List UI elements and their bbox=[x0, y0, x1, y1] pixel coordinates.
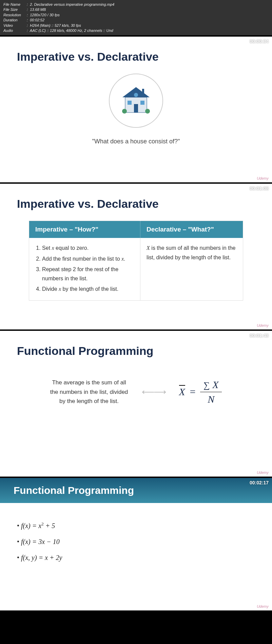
double-arrow-icon: ⟵⟶ bbox=[142, 387, 166, 397]
svg-rect-3 bbox=[128, 101, 132, 105]
slide-2: 00:01:08 Imperative vs. Declarative Impe… bbox=[0, 184, 272, 329]
metadata-resolution: Resolution : 1280x720 / 30 fps bbox=[3, 13, 269, 18]
slide-title: Functional Programming bbox=[14, 485, 258, 496]
watermark: Udemy bbox=[257, 604, 269, 608]
mean-formula: X = ∑ X N bbox=[179, 379, 222, 405]
file-metadata-panel: File Name : 2. Declarative versus impera… bbox=[0, 0, 272, 35]
table-header-imperative: Imperative – "How?" bbox=[29, 221, 140, 238]
svg-point-5 bbox=[134, 93, 138, 97]
slide-title: Imperative vs. Declarative bbox=[17, 50, 255, 63]
slide-1: 00:00:34 Imperative vs. Declarative "Wha… bbox=[0, 37, 272, 182]
imperative-step: Set x equal to zero. bbox=[42, 243, 134, 253]
slide-4: 00:02:17 Functional Programming f(x) = x… bbox=[0, 478, 272, 610]
watermark: Udemy bbox=[257, 323, 269, 327]
equation-item: f(x, y) = x + 2y bbox=[17, 554, 255, 562]
timestamp-overlay: 00:02:17 bbox=[250, 480, 269, 485]
imperative-step: Add the first number in the list to x. bbox=[42, 254, 134, 263]
metadata-audio: Audio : AAC (LC) :: 128 kb/s, 48000 Hz, … bbox=[3, 28, 269, 33]
imperative-step: Divide x by the length of the list. bbox=[42, 284, 134, 294]
slide-title: Functional Programming bbox=[17, 344, 255, 358]
slide-header-bar: Functional Programming bbox=[0, 478, 272, 503]
slide-3: 00:01:43 Functional Programming The aver… bbox=[0, 331, 272, 477]
house-illustration bbox=[109, 74, 163, 128]
declarative-cell: X is the sum of all the numbers in the l… bbox=[140, 238, 243, 300]
svg-rect-2 bbox=[134, 104, 138, 113]
formula-description: The average is the sum of all the number… bbox=[50, 378, 128, 406]
slide-title: Imperative vs. Declarative bbox=[17, 197, 255, 210]
timestamp-overlay: 00:00:34 bbox=[250, 39, 269, 44]
imperative-step: Repeat step 2 for the rest of the number… bbox=[42, 265, 134, 283]
metadata-filename: File Name : 2. Declarative versus impera… bbox=[3, 2, 269, 7]
watermark: Udemy bbox=[257, 176, 269, 180]
metadata-filesize: File Size : 13.68 MB bbox=[3, 7, 269, 12]
slide-caption: "What does a house consist of?" bbox=[17, 138, 255, 145]
watermark: Udemy bbox=[257, 470, 269, 475]
metadata-duration: Duration : 00:02:52 bbox=[3, 18, 269, 23]
table-header-declarative: Declarative – "What?" bbox=[140, 221, 243, 238]
svg-point-8 bbox=[145, 109, 150, 114]
equation-list: f(x) = x2 + 5 f(x) = 3x − 10 f(x, y) = x… bbox=[17, 521, 255, 562]
svg-rect-6 bbox=[142, 89, 144, 94]
svg-point-7 bbox=[122, 109, 127, 114]
timestamp-overlay: 00:01:08 bbox=[250, 186, 269, 191]
comparison-table: Imperative – "How?" Declarative – "What?… bbox=[29, 221, 243, 301]
imperative-cell: Set x equal to zero. Add the first numbe… bbox=[29, 238, 140, 300]
equation-item: f(x) = 3x − 10 bbox=[17, 538, 255, 546]
metadata-video: Video : H264 (Main) :: 527 kb/s, 30 fps bbox=[3, 23, 269, 28]
house-icon bbox=[119, 85, 153, 116]
equation-item: f(x) = x2 + 5 bbox=[17, 521, 255, 530]
svg-rect-4 bbox=[140, 101, 144, 105]
timestamp-overlay: 00:01:43 bbox=[250, 333, 269, 338]
